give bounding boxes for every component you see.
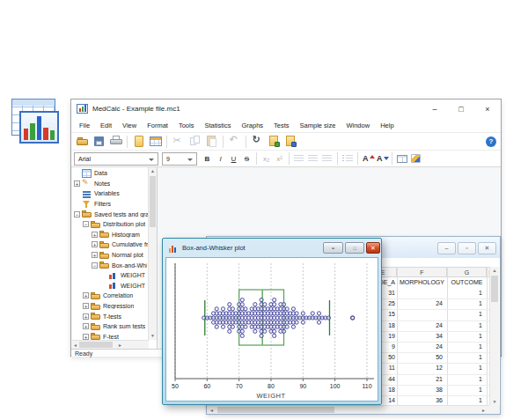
menu-window[interactable]: Window — [341, 120, 375, 131]
align-center-button[interactable] — [306, 152, 320, 166]
tree-item-t-tests[interactable]: +T-tests — [72, 311, 148, 321]
title-bar[interactable]: MedCalc - Example file.mc1 – □ × — [71, 99, 501, 118]
table-cell[interactable]: 1 — [449, 374, 482, 385]
list-button[interactable] — [341, 152, 355, 166]
tree-item-cumulative-fr[interactable]: +Cumulative fr — [72, 239, 148, 250]
data-table-button[interactable] — [147, 134, 164, 149]
scrollbar-thumb[interactable] — [150, 176, 156, 227]
expand-icon[interactable]: + — [83, 323, 89, 329]
menu-file[interactable]: File — [74, 120, 95, 131]
new-sheet-button[interactable] — [130, 134, 147, 149]
scrollbar-thumb[interactable] — [79, 342, 113, 348]
tree-item-notes[interactable]: +Notes — [72, 179, 148, 189]
import-button[interactable] — [282, 134, 299, 149]
tree-item-correlation[interactable]: +Correlation — [72, 291, 148, 301]
close-icon[interactable]: ✕ — [366, 242, 380, 254]
help-icon[interactable]: ? — [486, 136, 496, 147]
font-family-select[interactable]: Arial — [74, 152, 158, 166]
menu-statistics[interactable]: Statistics — [199, 120, 236, 131]
table-cell[interactable]: 1 — [449, 352, 482, 363]
expand-icon[interactable]: + — [74, 181, 80, 187]
scrollbar-thumb[interactable] — [491, 276, 498, 302]
tree-vertical-scrollbar[interactable]: ▲ ▼ — [148, 167, 157, 340]
superscript-button[interactable]: x² — [273, 152, 286, 166]
resize-grip[interactable] — [489, 405, 500, 414]
expand-icon[interactable]: + — [83, 303, 89, 309]
undo-button[interactable] — [226, 134, 243, 149]
table-cell[interactable]: 1 — [449, 288, 482, 298]
menu-tests[interactable]: Tests — [268, 120, 295, 131]
table-cell[interactable]: 1 — [449, 363, 482, 373]
tree-item-distribution-plot[interactable]: −Distribution plot — [72, 219, 148, 230]
underline-button[interactable]: U — [227, 152, 240, 166]
tree-item-saved-tests-and-grap[interactable]: −Saved tests and grap — [72, 209, 148, 219]
tree-item-data[interactable]: Data — [72, 168, 148, 179]
tree-item-histogram[interactable]: +Histogram — [72, 230, 148, 240]
print-button[interactable] — [107, 134, 124, 149]
maximize-icon[interactable]: ▫ — [345, 242, 364, 254]
menu-tools[interactable]: Tools — [173, 120, 200, 131]
sheet-horizontal-scrollbar[interactable]: ◄ ► — [207, 405, 490, 414]
scroll-up-icon[interactable]: ▲ — [149, 167, 157, 175]
table-cell[interactable]: 24 — [399, 342, 443, 352]
tree-horizontal-scrollbar[interactable]: ◄ ► — [72, 340, 149, 349]
scrollbar-thumb[interactable] — [217, 407, 334, 413]
export-button[interactable] — [266, 134, 282, 149]
menu-edit[interactable]: Edit — [95, 120, 117, 131]
tree-item-rank-sum-tests[interactable]: +Rank sum tests — [72, 321, 148, 332]
maximize-icon[interactable]: □ — [448, 99, 474, 118]
tree-item-normal-plot[interactable]: +Normal plot — [72, 250, 148, 261]
table-cell[interactable]: 1 — [449, 342, 482, 352]
highlight-button[interactable] — [409, 152, 423, 166]
column-header-F[interactable]: F — [397, 267, 447, 277]
minimize-icon[interactable]: – — [422, 99, 448, 118]
font-decrease-button[interactable] — [375, 152, 389, 166]
subscript-button[interactable]: x₂ — [260, 152, 273, 166]
tree-item-regression[interactable]: +Regression — [72, 301, 148, 312]
italic-button[interactable]: I — [214, 152, 227, 166]
column-header-G[interactable]: G — [447, 267, 487, 277]
menu-view[interactable]: View — [117, 120, 142, 131]
menu-graphs[interactable]: Graphs — [236, 120, 268, 131]
font-size-select[interactable]: 9 — [162, 152, 197, 166]
scroll-down-icon[interactable]: ▼ — [149, 332, 157, 340]
medcalc-desktop-icon[interactable] — [11, 97, 59, 144]
tree-item-filters[interactable]: Filters — [72, 199, 148, 210]
strikethrough-button[interactable]: S — [240, 152, 253, 166]
table-cell[interactable]: 50 — [399, 352, 443, 363]
table-cell[interactable]: 1 — [449, 385, 482, 395]
restore-icon[interactable]: ▫ — [458, 242, 476, 254]
table-cell[interactable]: 21 — [399, 374, 443, 385]
table-cell[interactable]: 24 — [399, 298, 443, 309]
align-left-button[interactable] — [292, 152, 306, 166]
save-button[interactable] — [91, 134, 107, 149]
collapse-icon[interactable]: − — [92, 262, 98, 269]
tree-item-weight[interactable]: WEIGHT — [72, 270, 148, 281]
paste-button[interactable] — [203, 134, 220, 149]
expand-icon[interactable]: + — [83, 334, 89, 340]
scroll-left-icon[interactable]: ◄ — [73, 343, 77, 348]
scroll-left-icon[interactable]: ◄ — [209, 408, 214, 413]
table-cell[interactable]: 1 — [449, 321, 482, 331]
table-cell[interactable]: 38 — [399, 385, 443, 395]
scroll-right-icon[interactable]: ► — [481, 408, 486, 413]
scroll-up-icon[interactable]: ▲ — [490, 267, 499, 275]
table-cell[interactable]: 1 — [449, 309, 482, 320]
table-cell[interactable]: 24 — [399, 321, 443, 331]
table-cell[interactable]: 1 — [449, 331, 482, 342]
table-cell[interactable]: 34 — [399, 331, 443, 342]
minimize-icon[interactable]: – — [437, 242, 456, 254]
expand-icon[interactable]: + — [92, 232, 98, 238]
sheet-vertical-scrollbar[interactable]: ▲ ▼ — [489, 267, 499, 406]
table-cell[interactable]: 12 — [399, 363, 443, 373]
cut-button[interactable] — [170, 134, 187, 149]
close-icon[interactable]: × — [474, 99, 501, 118]
menu-sample-size[interactable]: Sample size — [295, 120, 341, 131]
cell-format-button[interactable] — [395, 152, 409, 166]
open-button[interactable] — [74, 134, 91, 149]
expand-icon[interactable]: + — [83, 313, 89, 320]
collapse-icon[interactable]: − — [74, 211, 80, 217]
menu-help[interactable]: Help — [375, 120, 399, 131]
tree-item-box-and-whi[interactable]: −Box-and-Whi — [72, 260, 148, 270]
expand-icon[interactable]: + — [83, 292, 89, 298]
